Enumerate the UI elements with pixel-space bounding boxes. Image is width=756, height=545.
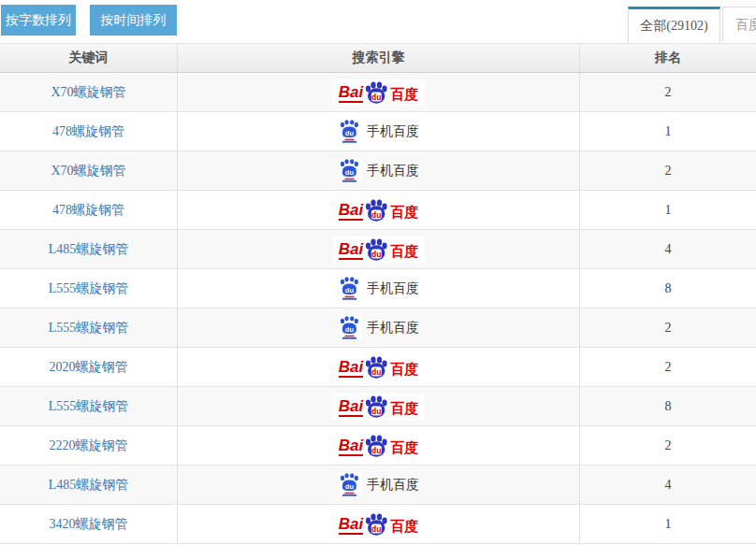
- baidu-pc-logo: Bai du 百度: [332, 79, 425, 106]
- keyword-link[interactable]: L555螺旋钢管: [49, 280, 129, 297]
- rank-value: 2: [665, 85, 672, 100]
- search-engine-cell: du 手机百度: [178, 269, 580, 308]
- svg-text:du: du: [371, 445, 381, 454]
- keyword-cell: X70螺旋钢管: [0, 151, 178, 190]
- baidu-pc-logo: Bai du 百度: [332, 237, 425, 263]
- svg-text:du: du: [345, 325, 355, 334]
- keyword-cell: L485螺旋钢管: [0, 230, 178, 268]
- table-row: L485螺旋钢管 du 手机百度 4: [0, 466, 756, 505]
- rank-value: 8: [665, 399, 672, 414]
- baidu-paw-icon: du: [364, 435, 388, 457]
- rank-cell: 2: [580, 348, 756, 386]
- search-engine-cell: Bai du 百度: [178, 348, 580, 386]
- header-rank: 排名: [580, 44, 756, 72]
- mobile-baidu-logo: du 手机百度: [338, 119, 419, 144]
- tab-all[interactable]: 全部(29102): [628, 7, 720, 43]
- baidu-logo-cn-text: 百度: [390, 520, 418, 534]
- search-engine-cell: Bai du 百度: [178, 387, 580, 425]
- header-search-engine: 搜索引擎: [178, 44, 580, 72]
- baidu-logo-bai-text: Bai: [339, 84, 363, 103]
- rank-cell: 4: [580, 230, 756, 268]
- svg-text:du: du: [371, 406, 381, 415]
- table-row: L555螺旋钢管 Bai du 百度 8: [0, 387, 756, 426]
- search-engine-cell: Bai du 百度: [178, 230, 580, 268]
- table-row: X70螺旋钢管 Bai du 百度 2: [0, 73, 756, 112]
- mobile-baidu-app-icon: du: [338, 472, 361, 497]
- keyword-link[interactable]: X70螺旋钢管: [51, 163, 125, 179]
- rank-value: 1: [665, 517, 672, 532]
- rank-value: 2: [665, 321, 672, 336]
- mobile-baidu-app-icon: du: [338, 276, 361, 301]
- mobile-baidu-logo: du 手机百度: [338, 472, 419, 497]
- header-keyword: 关键词: [0, 44, 178, 72]
- baidu-logo-bai-text: Bai: [339, 241, 363, 260]
- table-row: 2220螺旋钢管 Bai du 百度 2: [0, 426, 756, 466]
- keyword-cell: 2220螺旋钢管: [0, 426, 178, 465]
- svg-text:du: du: [345, 286, 355, 294]
- svg-text:du: du: [371, 366, 381, 376]
- keyword-cell: X70螺旋钢管: [0, 73, 178, 111]
- baidu-paw-icon: du: [364, 395, 388, 418]
- keyword-link[interactable]: L555螺旋钢管: [49, 398, 129, 415]
- search-engine-cell: Bai du 百度: [178, 73, 580, 111]
- toolbar: 按字数排列 按时间排列 全部(29102) 百度: [0, 0, 756, 43]
- baidu-pc-logo: Bai du 百度: [332, 433, 425, 459]
- table-row: L555螺旋钢管 du 手机百度 8: [0, 269, 756, 308]
- table-row: X70螺旋钢管 du 手机百度 2: [0, 151, 756, 191]
- baidu-logo-cn-text: 百度: [390, 88, 418, 102]
- keyword-cell: 478螺旋钢管: [0, 191, 178, 229]
- keyword-link[interactable]: L485螺旋钢管: [49, 241, 129, 258]
- search-engine-cell: du 手机百度: [178, 466, 580, 504]
- rank-value: 1: [665, 124, 672, 139]
- tab-baidu[interactable]: 百度: [722, 7, 756, 41]
- keyword-link[interactable]: 478螺旋钢管: [52, 202, 124, 219]
- keyword-cell: L485螺旋钢管: [0, 466, 178, 504]
- keyword-link[interactable]: 478螺旋钢管: [52, 123, 124, 140]
- sort-by-time-button[interactable]: 按时间排列: [90, 5, 177, 36]
- baidu-pc-logo: Bai du 百度: [332, 197, 425, 223]
- rank-cell: 1: [580, 191, 756, 229]
- baidu-paw-icon: du: [364, 199, 388, 222]
- svg-text:du: du: [371, 92, 381, 101]
- rank-value: 4: [665, 478, 672, 493]
- table-row: 478螺旋钢管 du 手机百度 1: [0, 112, 756, 151]
- rank-cell: 2: [580, 308, 756, 347]
- mobile-baidu-label: 手机百度: [367, 479, 419, 492]
- mobile-baidu-app-icon: du: [338, 119, 361, 144]
- keyword-cell: 478螺旋钢管: [0, 112, 178, 151]
- baidu-pc-logo: Bai du 百度: [332, 354, 425, 380]
- mobile-baidu-label: 手机百度: [367, 165, 419, 178]
- mobile-baidu-logo: du 手机百度: [338, 315, 419, 340]
- keyword-link[interactable]: X70螺旋钢管: [51, 84, 125, 101]
- baidu-logo-bai-text: Bai: [339, 359, 363, 378]
- search-engine-cell: Bai du 百度: [178, 191, 580, 229]
- rank-value: 4: [665, 242, 672, 257]
- svg-text:du: du: [371, 209, 381, 219]
- keyword-link[interactable]: 3420螺旋钢管: [50, 516, 128, 533]
- baidu-logo-bai-text: Bai: [339, 437, 363, 456]
- rank-cell: 2: [580, 426, 756, 465]
- mobile-baidu-app-icon: du: [338, 158, 361, 183]
- mobile-baidu-label: 手机百度: [367, 125, 419, 138]
- baidu-logo-cn-text: 百度: [390, 363, 418, 377]
- keyword-cell: L555螺旋钢管: [0, 269, 178, 308]
- baidu-logo-cn-text: 百度: [390, 441, 418, 455]
- search-engine-cell: du 手机百度: [178, 112, 580, 151]
- table-header-row: 关键词 搜索引擎 排名: [0, 43, 756, 73]
- baidu-logo-cn-text: 百度: [390, 245, 418, 259]
- sort-by-wordcount-button[interactable]: 按字数排列: [1, 5, 76, 36]
- mobile-baidu-label: 手机百度: [367, 322, 419, 335]
- keyword-cell: L555螺旋钢管: [0, 387, 178, 425]
- table-row: L555螺旋钢管 du 手机百度 2: [0, 308, 756, 348]
- keyword-link[interactable]: 2220螺旋钢管: [50, 437, 128, 454]
- keyword-link[interactable]: L485螺旋钢管: [49, 477, 129, 494]
- baidu-pc-logo: Bai du 百度: [332, 394, 425, 420]
- rank-cell: 2: [580, 151, 756, 190]
- baidu-logo-bai-text: Bai: [339, 202, 363, 221]
- keyword-link[interactable]: L555螺旋钢管: [49, 320, 129, 337]
- keyword-link[interactable]: 2020螺旋钢管: [50, 359, 128, 376]
- baidu-paw-icon: du: [364, 513, 388, 536]
- rank-value: 1: [665, 203, 672, 218]
- table-row: 478螺旋钢管 Bai du 百度 1: [0, 191, 756, 230]
- table-body: X70螺旋钢管 Bai du 百度 2 478螺旋钢管: [0, 73, 756, 544]
